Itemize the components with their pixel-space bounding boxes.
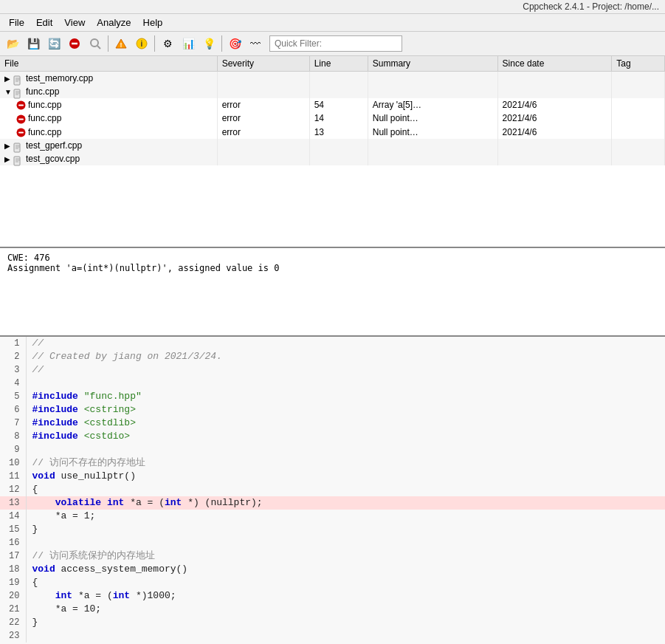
cell-severity <box>217 85 309 98</box>
expand-arrow[interactable]: ▼ <box>4 88 13 96</box>
info-description: Assignment 'a=(int*)(nullptr)', assigned… <box>7 263 658 273</box>
cell-severity <box>217 152 309 165</box>
cell-line <box>309 85 368 98</box>
cell-tag <box>612 72 665 86</box>
svg-text:i: i <box>141 40 143 48</box>
line-content <box>26 629 665 643</box>
col-header-severity: Severity <box>217 56 309 72</box>
table-row[interactable]: func.cpperror13Null point…2021/4/6 <box>0 126 665 139</box>
cell-severity <box>217 72 309 86</box>
table-row[interactable]: ▶test_memory.cpp <box>0 72 665 86</box>
code-line: 2// Created by jiang on 2021/3/24. <box>0 350 665 363</box>
window-title: Cppcheck 2.4.1 - Project: /home/... <box>523 1 659 12</box>
file-name: test_gcov.cpp <box>26 154 80 164</box>
results-pane: File Severity Line Summary Since date Ta… <box>0 56 665 248</box>
reload-button[interactable]: 🔄 <box>44 34 63 53</box>
table-row[interactable]: func.cpperror14Null point…2021/4/6 <box>0 112 665 125</box>
code-line: 6#include <cstring> <box>0 403 665 417</box>
svg-text:!: ! <box>120 41 123 49</box>
info-button[interactable]: i <box>132 34 151 53</box>
code-line: 4 <box>0 377 665 390</box>
cell-tag <box>612 85 665 98</box>
svg-rect-19 <box>18 118 24 120</box>
code-line: 1// <box>0 337 665 350</box>
bulb-button[interactable]: 💡 <box>199 34 218 53</box>
file-name: func.cpp <box>28 100 61 110</box>
line-content: #include <cstring> <box>26 403 665 417</box>
open-button[interactable]: 📂 <box>3 34 22 53</box>
line-number: 13 <box>0 496 26 510</box>
code-line: 12{ <box>0 483 665 496</box>
expand-arrow[interactable]: ▶ <box>4 75 13 83</box>
menu-view[interactable]: View <box>58 16 91 30</box>
svg-point-2 <box>91 39 98 47</box>
menu-edit[interactable]: Edit <box>30 16 58 30</box>
col-header-summary: Summary <box>368 56 497 72</box>
cell-tag <box>612 112 665 125</box>
table-row[interactable]: ▶test_gcov.cpp <box>0 152 665 165</box>
quick-filter <box>269 35 402 52</box>
menu-analyze[interactable]: Analyze <box>91 16 137 30</box>
cell-severity: error <box>217 126 309 139</box>
cell-summary <box>368 139 497 152</box>
quick-filter-input[interactable] <box>269 35 402 52</box>
line-content: // Created by jiang on 2021/3/24. <box>26 350 665 363</box>
expand-arrow[interactable]: ▶ <box>4 142 13 150</box>
cell-summary <box>368 152 497 165</box>
line-content: #include <cstdio> <box>26 430 665 443</box>
line-number: 21 <box>0 603 26 616</box>
target-button[interactable]: 🎯 <box>225 34 244 53</box>
line-number: 7 <box>0 417 26 430</box>
code-line: 22} <box>0 616 665 629</box>
svg-rect-21 <box>18 131 24 133</box>
svg-line-3 <box>97 46 100 49</box>
expand-arrow[interactable]: ▶ <box>4 155 13 163</box>
code-line: 11void use_nullptr() <box>0 470 665 483</box>
table-row[interactable]: ▶test_gperf.cpp <box>0 139 665 152</box>
file-icon <box>13 155 24 164</box>
code-line: 7#include <cstdlib> <box>0 417 665 430</box>
cell-since <box>497 152 612 165</box>
code-line: 8#include <cstdio> <box>0 430 665 443</box>
cell-tag <box>612 98 665 112</box>
code-line: 19{ <box>0 576 665 589</box>
check-button[interactable] <box>86 34 105 53</box>
cell-since <box>497 85 612 98</box>
cell-line: 54 <box>309 98 368 112</box>
line-number: 5 <box>0 390 26 403</box>
line-number: 20 <box>0 589 26 603</box>
file-icon <box>13 142 24 151</box>
table-row[interactable]: ▼func.cpp <box>0 85 665 98</box>
line-content: *a = 10; <box>26 603 665 616</box>
warning-button[interactable]: ! <box>111 34 131 53</box>
cell-line <box>309 139 368 152</box>
line-content: // <box>26 363 665 377</box>
code-line: 10// 访问不存在的内存地址 <box>0 456 665 470</box>
code-line: 14 *a = 1; <box>0 510 665 523</box>
table-row[interactable]: func.cpperror54Array 'a[5]…2021/4/6 <box>0 98 665 112</box>
line-number: 18 <box>0 563 26 576</box>
file-icon <box>13 88 24 97</box>
line-content: void access_system_memory() <box>26 563 665 576</box>
line-number: 10 <box>0 456 26 470</box>
cwe-label: CWE: 476 <box>7 253 658 263</box>
results-table: File Severity Line Summary Since date Ta… <box>0 56 665 165</box>
menu-file[interactable]: File <box>3 16 30 30</box>
code-line: 3// <box>0 363 665 377</box>
wave-button[interactable]: 〰 <box>246 34 265 53</box>
code-line: 13 volatile int *a = (int *) (nullptr); <box>0 496 665 510</box>
stats-button[interactable]: 📊 <box>179 34 198 53</box>
cell-since: 2021/4/6 <box>497 112 612 125</box>
save-button[interactable]: 💾 <box>24 34 43 53</box>
settings-button[interactable]: ⚙ <box>158 34 177 53</box>
cell-since <box>497 139 612 152</box>
file-icon <box>13 75 24 83</box>
code-pane: 1//2// Created by jiang on 2021/3/24.3//… <box>0 337 665 644</box>
line-number: 17 <box>0 549 26 563</box>
line-content: *a = 1; <box>26 510 665 523</box>
code-line: 16 <box>0 536 665 549</box>
file-name: test_gperf.cpp <box>26 140 82 151</box>
menu-help[interactable]: Help <box>137 16 169 30</box>
stop-button[interactable] <box>65 34 84 53</box>
line-number: 22 <box>0 616 26 629</box>
